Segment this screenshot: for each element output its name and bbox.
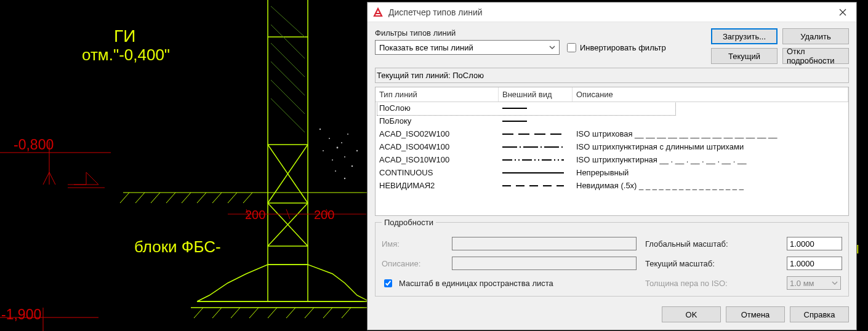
set-current-button[interactable]: Текущий: [711, 48, 778, 64]
svg-point-57: [344, 178, 345, 179]
cell-name: НЕВИДИМАЯ2: [379, 181, 502, 190]
svg-line-37: [249, 308, 259, 318]
cell-name: ПоБлоку: [379, 116, 502, 126]
cad-dim-200-left: 200: [245, 208, 265, 222]
cad-label-m1900: -1,900: [1, 306, 41, 323]
svg-point-52: [341, 142, 342, 143]
svg-point-50: [352, 166, 353, 167]
current-linetype-prefix: Текущий тип линий:: [377, 71, 452, 80]
cell-name: ACAD_ISO04W100: [379, 142, 502, 151]
svg-point-53: [347, 134, 348, 135]
svg-line-13: [271, 6, 305, 37]
table-row[interactable]: CONTINUOUSНепрерывный: [376, 167, 848, 180]
cad-label-otm: отм."-0,400": [82, 46, 170, 65]
detail-name-input: [452, 237, 637, 250]
current-scale-label: Текущий масштаб:: [645, 259, 778, 268]
svg-point-47: [329, 138, 330, 139]
current-linetype-value: ПоСлою: [452, 71, 484, 80]
close-icon: [839, 9, 846, 16]
cell-appearance: [502, 169, 576, 177]
table-row[interactable]: ПоБлоку: [376, 115, 848, 128]
help-button[interactable]: Справка: [790, 306, 849, 322]
cell-appearance: [502, 117, 576, 126]
iso-pen-label: Толщина пера по ISO:: [645, 279, 778, 288]
cell-description: ISO штриховая __ __ __ __ __ __ __ __ __…: [576, 129, 845, 138]
cell-name: ACAD_ISO02W100: [379, 129, 502, 138]
table-row[interactable]: ACAD_ISO04W100ISO штрихпунктирная с длин…: [376, 141, 848, 154]
svg-line-42: [342, 308, 351, 318]
table-row[interactable]: НЕВИДИМАЯ2Невидимая (.5x) _ _ _ _ _ _ _ …: [376, 180, 848, 193]
cell-description: Невидимая (.5x) _ _ _ _ _ _ _ _ _ _ _ _ …: [576, 181, 845, 190]
dialog-footer: OK Отмена Справка: [375, 300, 849, 322]
svg-point-46: [319, 129, 321, 130]
linetype-manager-dialog: Диспетчер типов линий Фильтры типов лини…: [367, 2, 857, 330]
cell-appearance: [502, 104, 576, 113]
svg-point-49: [344, 156, 345, 158]
cell-appearance: [502, 143, 576, 151]
cad-label-fbs: блоки ФБС-: [134, 237, 221, 257]
svg-line-40: [305, 308, 314, 318]
svg-line-31: [212, 193, 222, 203]
cad-label-m0800: -0,800: [14, 137, 54, 153]
svg-line-29: [182, 193, 191, 203]
ok-button[interactable]: OK: [662, 306, 721, 322]
linetype-table[interactable]: Тип линий Внешний вид Описание ПоСлоюПоБ…: [375, 87, 849, 216]
svg-line-41: [323, 308, 332, 318]
details-legend: Подробности: [382, 218, 436, 227]
cad-dim-200-right: 200: [314, 208, 334, 222]
current-linetype-bar: Текущий тип линий: ПоСлою: [375, 68, 849, 83]
svg-line-35: [212, 308, 222, 318]
toggle-details-button[interactable]: Откл подробности: [782, 48, 849, 64]
svg-line-38: [268, 308, 277, 318]
svg-point-56: [335, 170, 336, 172]
dialog-title: Диспетчер типов линий: [388, 7, 829, 17]
svg-line-15: [271, 43, 305, 77]
col-name[interactable]: Тип линий: [376, 87, 499, 102]
filter-dropdown[interactable]: Показать все типы линий: [375, 40, 560, 55]
svg-point-55: [323, 150, 324, 151]
svg-line-33: [243, 193, 252, 203]
chevron-down-icon: [830, 279, 839, 287]
col-appearance[interactable]: Внешний вид: [499, 87, 573, 102]
svg-point-48: [337, 147, 339, 149]
global-scale-input[interactable]: [787, 237, 842, 250]
cell-description: Непрерывный: [576, 168, 845, 177]
cell-appearance: [502, 156, 576, 164]
table-row[interactable]: ACAD_ISO10W100ISO штрихпунктирная __ . _…: [376, 154, 848, 167]
svg-line-36: [231, 308, 240, 318]
svg-line-26: [135, 193, 145, 203]
cad-label-gi: ГИ: [114, 26, 135, 46]
chevron-down-icon: [548, 43, 557, 52]
filters-label: Фильтры типов линий: [375, 28, 706, 38]
svg-line-27: [151, 193, 160, 203]
delete-button[interactable]: Удалить: [782, 28, 849, 44]
iso-pen-value: 1.0 мм: [790, 279, 814, 288]
svg-line-18: [271, 98, 305, 132]
table-row[interactable]: ПоСлою: [376, 102, 848, 115]
cell-name: ПоСлою: [379, 103, 502, 113]
table-row[interactable]: ACAD_ISO02W100ISO штриховая __ __ __ __ …: [376, 128, 848, 141]
filter-dropdown-value: Показать все типы линий: [379, 43, 473, 52]
paperspace-units-checkbox[interactable]: [384, 279, 392, 287]
titlebar[interactable]: Диспетчер типов линий: [368, 2, 856, 22]
svg-line-25: [120, 193, 129, 203]
svg-line-17: [271, 80, 305, 114]
details-fieldset: Подробности Имя: Глобальный масштаб: Опи…: [375, 222, 849, 297]
iso-pen-select: 1.0 мм: [787, 276, 841, 290]
svg-point-54: [356, 150, 358, 151]
cell-appearance: [502, 130, 576, 138]
detail-desc-label: Описание:: [382, 259, 443, 268]
close-button[interactable]: [829, 2, 856, 22]
detail-name-label: Имя:: [382, 239, 443, 249]
cancel-button[interactable]: Отмена: [726, 306, 785, 322]
invert-filter-label: Инвертировать фильтр: [580, 43, 666, 52]
cell-appearance: [502, 181, 576, 190]
col-description[interactable]: Описание: [573, 87, 848, 102]
invert-filter-input[interactable]: [567, 43, 576, 52]
svg-line-14: [271, 25, 305, 58]
svg-line-34: [194, 308, 203, 318]
load-button[interactable]: Загрузить...: [711, 28, 778, 44]
current-scale-input[interactable]: [787, 257, 842, 270]
invert-filter-checkbox[interactable]: Инвертировать фильтр: [567, 43, 666, 52]
table-header: Тип линий Внешний вид Описание: [376, 87, 848, 102]
